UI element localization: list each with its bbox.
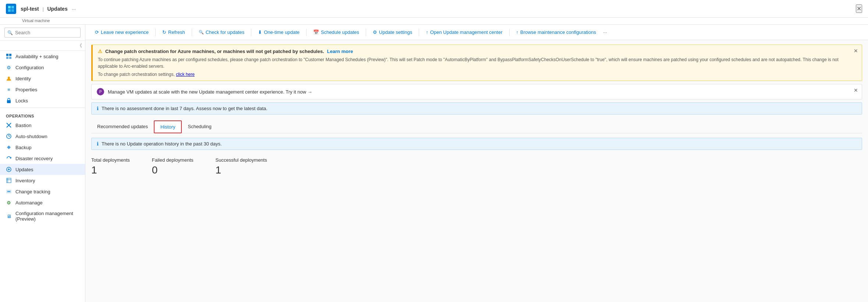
- alert-title-text: Change patch orchestration for Azure mac…: [105, 49, 324, 54]
- sidebar-item-inventory[interactable]: Inventory: [0, 175, 85, 186]
- promo-icon: P: [97, 88, 104, 95]
- refresh-button[interactable]: ↻ Refresh: [159, 28, 189, 37]
- stat-successful-label: Successful deployments: [216, 157, 267, 163]
- promo-close-button[interactable]: ✕: [854, 87, 858, 93]
- refresh-icon: ↻: [162, 29, 166, 35]
- sidebar-item-config-mgmt[interactable]: 🖥 Configuration management (Preview): [0, 208, 85, 224]
- history-info-banner: ℹ There is no Update operation history i…: [91, 138, 862, 150]
- app-icon: [6, 4, 16, 14]
- history-no-history-text: There is no Update operation history in …: [102, 141, 222, 147]
- sidebar-item-backup[interactable]: Backup: [0, 142, 85, 153]
- alert-banner: ⚠ Change patch orchestration for Azure m…: [91, 45, 862, 81]
- locks-icon: [6, 98, 12, 103]
- sidebar-label-properties: Properties: [15, 87, 37, 92]
- click-here-link[interactable]: click here: [176, 72, 195, 77]
- inventory-icon: [6, 178, 12, 183]
- svg-rect-1: [11, 6, 14, 8]
- learn-more-link[interactable]: Learn more: [327, 49, 353, 54]
- stats-row: Total deployments 1 Failed deployments 0…: [91, 150, 862, 176]
- svg-rect-0: [8, 6, 11, 8]
- assess-banner: ℹ There is no assessment done in last 7 …: [91, 102, 862, 115]
- one-time-update-button[interactable]: ⬇ One-time update: [254, 28, 303, 37]
- stat-successful: Successful deployments 1: [216, 157, 267, 176]
- leave-new-experience-button[interactable]: ⟳ Leave new experience: [91, 28, 152, 37]
- sidebar-search-area: 🔍: [0, 25, 85, 41]
- sidebar-item-updates[interactable]: Updates: [0, 164, 85, 175]
- svg-rect-5: [9, 54, 11, 56]
- promo-banner: P Manage VM updates at scale with the ne…: [91, 84, 862, 99]
- stat-failed: Failed deployments 0: [152, 157, 194, 176]
- toolbar-sep-1: [155, 29, 156, 36]
- svg-rect-7: [9, 57, 11, 59]
- check-updates-button[interactable]: 🔍 Check for updates: [195, 28, 248, 37]
- tabs-nav: Recommended updates History Scheduling: [91, 120, 862, 133]
- sidebar-label-locks: Locks: [15, 98, 28, 103]
- tab-scheduling[interactable]: Scheduling: [182, 120, 217, 133]
- svg-rect-3: [11, 9, 14, 12]
- update-settings-icon: ⚙: [373, 29, 377, 35]
- alert-close-button[interactable]: ✕: [854, 48, 858, 54]
- sidebar-item-change-tracking[interactable]: Change tracking: [0, 186, 85, 197]
- search-input[interactable]: [4, 28, 81, 38]
- sidebar-item-disaster-recovery[interactable]: Disaster recovery: [0, 153, 85, 164]
- search-icon: 🔍: [7, 30, 13, 35]
- promo-text: Manage VM updates at scale with the new …: [108, 89, 312, 95]
- sidebar-item-bastion[interactable]: Bastion: [0, 120, 85, 131]
- sidebar-label-configuration: Configuration: [15, 65, 44, 70]
- bastion-icon: [6, 122, 12, 128]
- sidebar-label-updates: Updates: [15, 167, 33, 172]
- open-update-center-button[interactable]: ↑ Open Update management center: [422, 28, 506, 37]
- update-settings-button[interactable]: ⚙ Update settings: [369, 28, 416, 37]
- sidebar-item-automanage[interactable]: ⚙ Automanage: [0, 197, 85, 208]
- sidebar-label-backup: Backup: [15, 145, 31, 150]
- schedule-icon: 📅: [313, 29, 319, 35]
- sidebar-item-locks[interactable]: Locks: [0, 95, 85, 106]
- automanage-icon: ⚙: [6, 200, 12, 206]
- schedule-updates-button[interactable]: 📅 Schedule updates: [309, 28, 363, 37]
- alert-change-text: To change patch orchestration settings, …: [98, 72, 857, 77]
- tab-content-history: ℹ There is no Update operation history i…: [91, 138, 862, 182]
- top-bar-subtitle: Virtual machine: [0, 18, 868, 25]
- alert-body: To continue patching Azure machines as p…: [98, 56, 857, 70]
- one-time-icon: ⬇: [258, 29, 262, 35]
- sidebar-label-auto-shutdown: Auto-shutdown: [15, 134, 47, 139]
- toolbar-sep-3: [251, 29, 251, 36]
- svg-rect-6: [6, 57, 8, 59]
- resource-name: spl-test | Updates ···: [21, 6, 76, 12]
- close-button[interactable]: ✕: [856, 4, 862, 13]
- sidebar-label-inventory: Inventory: [15, 178, 35, 183]
- tab-recommended[interactable]: Recommended updates: [91, 120, 154, 133]
- sidebar-item-availability[interactable]: Availability + scaling: [0, 51, 85, 62]
- toolbar-sep-5: [366, 29, 366, 36]
- backup-icon: [6, 144, 12, 150]
- browse-maintenance-button[interactable]: ↑ Browse maintenance configurations: [513, 28, 600, 37]
- auto-shutdown-icon: [6, 133, 12, 139]
- browse-icon: ↑: [516, 29, 519, 35]
- sidebar-item-identity[interactable]: Identity: [0, 73, 85, 84]
- toolbar: ⟳ Leave new experience ↻ Refresh 🔍 Check…: [85, 25, 868, 40]
- sidebar-collapse-button[interactable]: 《: [77, 42, 82, 49]
- main-content: ⟳ Leave new experience ↻ Refresh 🔍 Check…: [85, 25, 868, 302]
- stat-failed-label: Failed deployments: [152, 157, 194, 163]
- history-info-icon: ℹ: [97, 141, 99, 147]
- top-bar-more-button[interactable]: ···: [72, 6, 76, 12]
- svg-rect-2: [8, 9, 11, 12]
- sidebar: 🔍 《 Availability + scaling ⚙ Configurati…: [0, 25, 85, 302]
- change-tracking-icon: [6, 189, 12, 194]
- tab-history[interactable]: History: [154, 120, 182, 133]
- sidebar-item-properties[interactable]: ≡ Properties: [0, 84, 85, 95]
- stat-total: Total deployments 1: [91, 157, 130, 176]
- sidebar-label-change-tracking: Change tracking: [15, 189, 50, 194]
- assess-info-icon: ℹ: [97, 106, 99, 111]
- alert-warning-icon: ⚠: [98, 49, 102, 54]
- sidebar-item-auto-shutdown[interactable]: Auto-shutdown: [0, 131, 85, 142]
- top-bar: spl-test | Updates ··· ✕: [0, 0, 868, 18]
- tabs-area: Recommended updates History Scheduling ℹ…: [91, 120, 862, 182]
- stat-total-label: Total deployments: [91, 157, 130, 163]
- sidebar-label-automanage: Automanage: [15, 200, 43, 206]
- toolbar-more-button[interactable]: ···: [601, 28, 609, 37]
- sidebar-item-configuration[interactable]: ⚙ Configuration: [0, 62, 85, 73]
- leave-icon: ⟳: [95, 29, 99, 35]
- stat-successful-value: 1: [216, 164, 267, 176]
- svg-rect-18: [7, 178, 11, 183]
